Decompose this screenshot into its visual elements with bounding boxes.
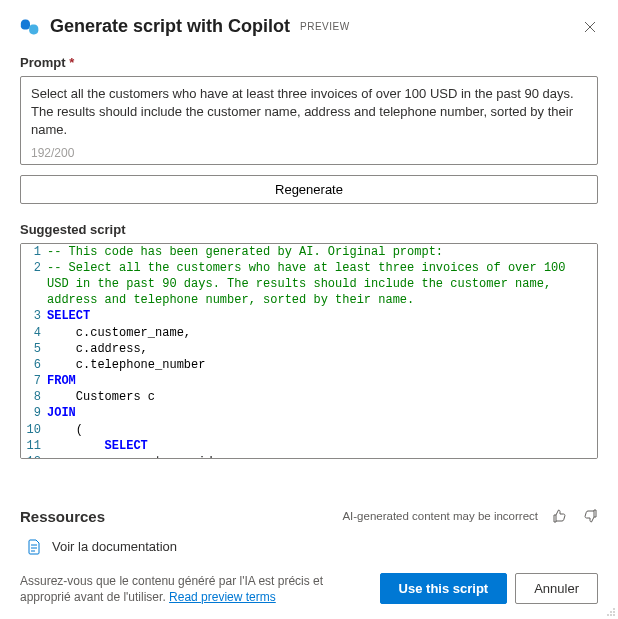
code-line: 9JOIN xyxy=(21,405,597,421)
code-text: FROM xyxy=(47,373,597,389)
code-line: 11 SELECT xyxy=(21,438,597,454)
code-line: 4 c.customer_name, xyxy=(21,325,597,341)
use-script-button[interactable]: Use this script xyxy=(380,573,508,604)
copilot-icon xyxy=(20,17,40,37)
code-text: c.telephone_number xyxy=(47,357,597,373)
footer: Ressources AI-generated content may be i… xyxy=(0,490,618,619)
cancel-button[interactable]: Annuler xyxy=(515,573,598,604)
line-number: 9 xyxy=(21,405,47,421)
code-line: 7FROM xyxy=(21,373,597,389)
documentation-link-label: Voir la documentation xyxy=(52,539,177,554)
resize-handle-icon[interactable] xyxy=(606,607,616,617)
line-number: 1 xyxy=(21,244,47,260)
svg-point-3 xyxy=(613,614,615,616)
preview-badge: PREVIEW xyxy=(300,21,350,32)
line-number: 10 xyxy=(21,422,47,438)
code-line: 8 Customers c xyxy=(21,389,597,405)
ai-warning-note: AI-generated content may be incorrect xyxy=(342,510,538,522)
page-title: Generate script with Copilot xyxy=(50,16,290,37)
line-number: 11 xyxy=(21,438,47,454)
suggested-script-editor[interactable]: 1-- This code has been generated by AI. … xyxy=(20,243,598,459)
code-line: 5 c.address, xyxy=(21,341,597,357)
document-icon xyxy=(26,539,42,555)
svg-point-4 xyxy=(610,614,612,616)
code-text: SELECT xyxy=(47,308,597,324)
code-text: -- Select all the customers who have at … xyxy=(47,260,597,309)
line-number: 6 xyxy=(21,357,47,373)
regenerate-button[interactable]: Regenerate xyxy=(20,175,598,204)
thumbs-down-icon[interactable] xyxy=(582,508,598,524)
code-text: customer_id xyxy=(47,454,597,459)
prompt-text[interactable]: Select all the customers who have at lea… xyxy=(31,85,587,140)
code-line: 10 ( xyxy=(21,422,597,438)
code-line: 12 customer_id xyxy=(21,454,597,459)
line-number: 4 xyxy=(21,325,47,341)
line-number: 2 xyxy=(21,260,47,276)
code-text: c.customer_name, xyxy=(47,325,597,341)
prompt-counter: 192/200 xyxy=(31,146,587,160)
line-number: 7 xyxy=(21,373,47,389)
svg-point-5 xyxy=(607,614,609,616)
code-line: 6 c.telephone_number xyxy=(21,357,597,373)
code-text: JOIN xyxy=(47,405,597,421)
code-text: ( xyxy=(47,422,597,438)
body: Prompt * Select all the customers who ha… xyxy=(0,51,618,490)
code-line: 2-- Select all the customers who have at… xyxy=(21,260,597,309)
code-line: 3SELECT xyxy=(21,308,597,324)
header: Generate script with Copilot PREVIEW xyxy=(0,0,618,51)
required-asterisk: * xyxy=(69,55,74,70)
line-number: 5 xyxy=(21,341,47,357)
resources-title: Ressources xyxy=(20,508,105,525)
resources-row: Ressources AI-generated content may be i… xyxy=(20,508,598,525)
ai-accuracy-warning: Assurez-vous que le contenu généré par l… xyxy=(20,573,372,605)
close-icon[interactable] xyxy=(582,19,598,35)
code-text: Customers c xyxy=(47,389,597,405)
code-text: c.address, xyxy=(47,341,597,357)
code-text: -- This code has been generated by AI. O… xyxy=(47,244,597,260)
copilot-pane: Generate script with Copilot PREVIEW Pro… xyxy=(0,0,618,619)
suggested-script-label: Suggested script xyxy=(20,222,598,237)
svg-point-1 xyxy=(613,611,615,613)
line-number: 8 xyxy=(21,389,47,405)
prompt-input[interactable]: Select all the customers who have at lea… xyxy=(20,76,598,165)
svg-point-0 xyxy=(613,608,615,610)
line-number: 3 xyxy=(21,308,47,324)
code-line: 1-- This code has been generated by AI. … xyxy=(21,244,597,260)
thumbs-up-icon[interactable] xyxy=(552,508,568,524)
code-text: SELECT xyxy=(47,438,597,454)
footer-actions: Assurez-vous que le contenu généré par l… xyxy=(20,573,598,605)
preview-terms-link[interactable]: Read preview terms xyxy=(169,590,276,604)
prompt-label: Prompt * xyxy=(20,55,598,70)
svg-point-2 xyxy=(610,611,612,613)
line-number: 12 xyxy=(21,454,47,459)
documentation-link[interactable]: Voir la documentation xyxy=(26,539,598,555)
